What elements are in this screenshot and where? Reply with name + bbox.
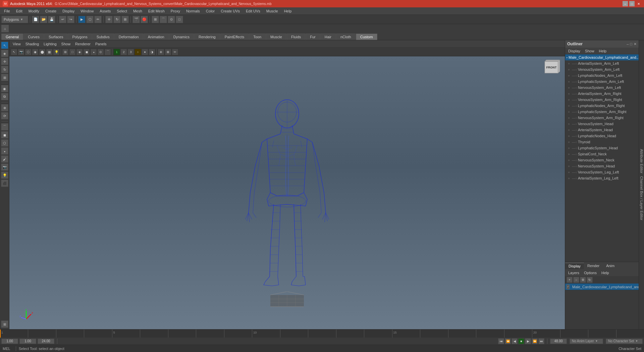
camera-button[interactable]: 📷 [18,49,24,55]
current-time-input[interactable] [19,339,36,344]
step-back-button[interactable]: ⏪ [505,338,511,344]
layer-options-menu[interactable]: Options [582,270,598,275]
paint-select-button[interactable]: ◈ [1,50,8,57]
attribute-editor-tab[interactable]: Attribute Editor Channel Box / Layer Edi… [639,40,644,329]
scale-tool-button[interactable]: ⊞ [121,16,129,23]
show-manipulator-button[interactable]: ⊕ [1,104,8,111]
minimize-button[interactable]: – [623,1,628,6]
menu-item-create-uvs[interactable]: Create UVs [218,8,243,14]
paint-tool-button[interactable]: ✏ [94,16,102,23]
deform-tool-button[interactable]: ⬥ [1,147,8,155]
menu-item-muscle[interactable]: Muscle [264,8,281,14]
anim-layer-dropdown[interactable]: No Anim Layer ▼ [570,339,603,344]
delete-layer-button[interactable]: – [573,277,579,283]
viewport-cube[interactable]: FRONT [541,60,561,80]
show-menu[interactable]: Show [59,41,73,47]
grid-button[interactable]: ⊞ [62,49,69,55]
layer-visibility-check[interactable]: ✓ [567,285,570,289]
menu-item-mesh[interactable]: Mesh [130,8,145,14]
menu-item-normals[interactable]: Normals [183,8,203,14]
home-icon[interactable]: ⌂ [1,25,9,32]
outliner-minimize-button[interactable]: – [627,42,629,46]
outliner-item-1[interactable]: ○—○ArterialSystem_Arm_Left [565,60,639,66]
outliner-item-3[interactable]: ○—○LymphaticNodes_Arm_Left [565,72,639,79]
outliner-item-2[interactable]: ○—○VenousSystem_Arm_Left [565,66,639,72]
rotate-tool-button[interactable]: ↻ [113,16,121,23]
menu-item-file[interactable]: File [1,8,13,14]
character-set-dropdown[interactable]: No Character Set ▼ [606,339,643,344]
tab-surfaces[interactable]: Surfaces [44,34,67,40]
light-quality-btn[interactable]: ○ [135,49,141,55]
texture-button[interactable]: ▦ [46,49,53,55]
snap-point-button[interactable]: ⊙ [168,16,175,23]
light-tool-button[interactable]: 💡 [1,171,8,179]
stop-button[interactable]: ■ [518,338,524,344]
start-frame-input[interactable] [1,339,18,344]
outliner-display-menu[interactable]: Display [567,49,582,53]
step-forward-button[interactable]: ⏩ [532,338,538,344]
select-all-button[interactable]: ↖ [11,49,17,55]
tab-custom[interactable]: Custom [356,34,377,40]
paint-btn[interactable]: ✏ [172,49,178,55]
layer-tab-render[interactable]: Render [584,263,603,269]
menu-item-select[interactable]: Select [114,8,130,14]
render-button[interactable]: 🎬 [132,16,140,23]
scale-button[interactable]: ⊞ [1,74,8,81]
menu-item-assets[interactable]: Assets [97,8,113,14]
outliner-item-17[interactable]: ○—○NervousSystem_Neck [565,157,639,163]
select-tool-button[interactable]: ▶ [78,16,86,23]
smooth-button[interactable]: ◉ [32,49,39,55]
outliner-item-5[interactable]: ○—○NervousSystem_Arm_Left [565,85,639,91]
timeline-ruler[interactable]: 15101520 [0,330,644,338]
snap-grid-button[interactable]: ⊞ [152,16,159,23]
paint-tool-button-left[interactable]: 🖌 [1,155,8,163]
outliner-item-7[interactable]: ○—○VenousSystem_Arm_Right [565,97,639,103]
nurbs-button[interactable]: ⌒ [104,49,111,55]
tab-general[interactable]: General [1,34,23,40]
outliner-item-14[interactable]: ○—○Thyroid [565,139,639,145]
outliner-item-15[interactable]: ○—○LymphaticSystem_Head [565,145,639,151]
snap-together-button[interactable]: ⧉ [1,93,8,100]
outliner-item-9[interactable]: ○—○LymphaticSystem_Arm_Right [565,109,639,115]
camera-tool-button[interactable]: 📷 [1,163,8,171]
tab-ncloth[interactable]: nCloth [336,34,356,40]
outliner-item-13[interactable]: ○—○LymphaticNodes_Head [565,133,639,139]
channel-box-label[interactable]: Channel Box / Layer Editor [638,175,644,221]
move-tool-button[interactable]: ✛ [105,16,113,23]
soft-select-button[interactable]: ◉ [1,85,8,92]
outliner-title-controls[interactable]: – □ ✕ [627,42,637,46]
tab-dynamics[interactable]: Dynamics [169,34,194,40]
go-to-start-button[interactable]: ⏮ [498,338,504,344]
menu-item-window[interactable]: Window [78,8,96,14]
menu-item-edit[interactable]: Edit [13,8,25,14]
tab-painteffects[interactable]: PaintEffects [220,34,249,40]
tab-fur[interactable]: Fur [306,34,320,40]
tab-rendering[interactable]: Rendering [194,34,220,40]
outliner-item-6[interactable]: ○—○ArterialSystem_Arm_Right [565,91,639,97]
xray-btn[interactable]: ⊠ [165,49,171,55]
layer-help-menu[interactable]: Help [600,270,611,275]
lasso-tool-button[interactable]: ⬡ [86,16,94,23]
hud-button[interactable]: □ [69,49,76,55]
outliner-content[interactable]: ▸Male_Cardiovascular_Lymphaticand_and...… [565,54,639,262]
outliner-show-menu[interactable]: Show [583,49,596,53]
poly-button[interactable]: ⬥ [90,49,97,55]
render-tool-button[interactable]: ⬛ [1,180,8,187]
outliner-item-18[interactable]: ○—○NervousSystem_Head [565,163,639,169]
light-all-btn[interactable]: ● [142,49,148,55]
snap-curve-button[interactable]: ⌒ [160,16,167,23]
med-quality-btn[interactable]: 2 [120,49,127,55]
outliner-item-20[interactable]: ○—○ArterialSystem_Leg_Left [565,175,639,181]
shadow-btn[interactable]: ◑ [149,49,155,55]
isolate-button[interactable]: ◈ [76,49,83,55]
tab-subdivs[interactable]: Subdivs [92,34,114,40]
panels-menu[interactable]: Panels [93,41,109,47]
outliner-item-11[interactable]: ○—○VenousSystem_Head [565,121,639,127]
subdiv-button[interactable]: ⊙ [97,49,104,55]
save-scene-button[interactable]: 💾 [48,16,55,23]
play-forward-button[interactable]: ▶ [525,338,531,344]
snap-icon[interactable]: ⊕ [158,49,164,55]
history-button[interactable]: ⟳ [1,112,8,119]
playback-end-input[interactable] [38,339,54,344]
menu-item-edit-uvs[interactable]: Edit UVs [243,8,263,14]
